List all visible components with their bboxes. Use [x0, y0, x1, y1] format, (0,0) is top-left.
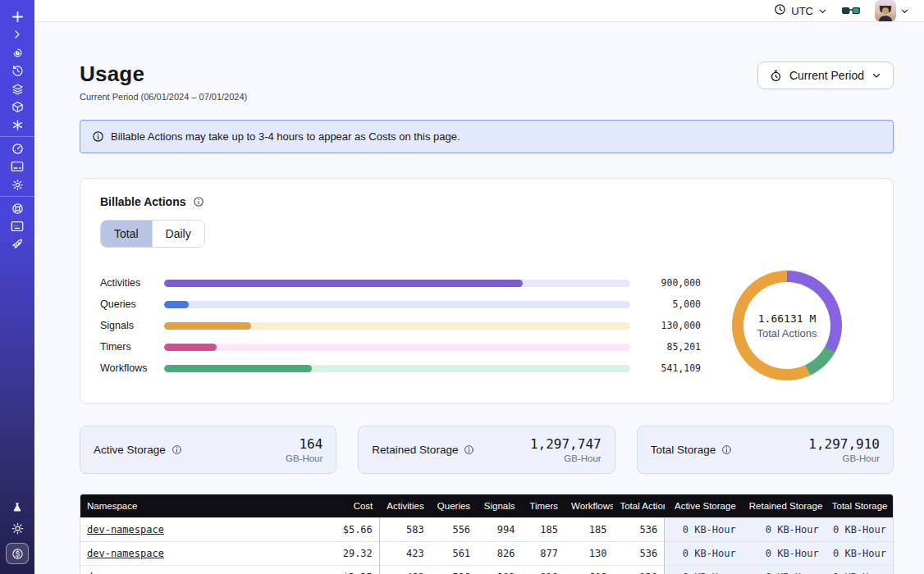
sidebar-bottom-group	[0, 500, 34, 564]
col-total-storage[interactable]: Total Storage	[826, 494, 893, 518]
app-root: UTC Usage Current Period (06/01/2024 – 0…	[0, 0, 924, 574]
cost-cell: 29.32	[308, 542, 379, 566]
retained-storage-cell: 0 KB-Hour	[743, 518, 826, 542]
asterisk-icon[interactable]	[7, 118, 28, 131]
timers-cell: 816	[522, 566, 565, 574]
namespace-link[interactable]: dev-namespace	[87, 524, 164, 535]
bar-value: 130,000	[630, 320, 701, 331]
total-actions-cell: 536	[613, 542, 664, 566]
active-storage-cell: 0 KB-Hour	[665, 566, 743, 574]
terminal-icon[interactable]	[7, 220, 28, 233]
main-column: UTC Usage Current Period (06/01/2024 – 0…	[34, 0, 924, 574]
total-storage-cell: 0 KB-Hour	[826, 566, 893, 574]
tab-daily[interactable]: Daily	[152, 221, 204, 247]
donut-chart-area: 1.66131 M Total Actions	[701, 271, 873, 380]
info-icon[interactable]	[193, 196, 204, 207]
queries-cell: 556	[431, 518, 477, 542]
rocket-icon[interactable]	[7, 238, 28, 251]
timezone-label: UTC	[791, 5, 813, 17]
page-header: Usage Current Period (06/01/2024 – 07/01…	[80, 61, 894, 102]
info-icon[interactable]	[172, 444, 182, 455]
lifebuoy-icon[interactable]	[7, 202, 28, 215]
bar-value: 900,000	[630, 277, 701, 289]
bar-label: Workflows	[100, 362, 164, 374]
bar-value: 85,201	[630, 341, 701, 353]
bar-fill	[164, 280, 523, 287]
stopwatch-icon	[770, 70, 782, 82]
history-clock-icon[interactable]	[7, 64, 28, 77]
retained-storage-value: 1,297,747	[530, 436, 602, 452]
layers-icon[interactable]	[7, 82, 28, 95]
temporal-logo-icon[interactable]	[7, 10, 28, 23]
col-cost[interactable]: Cost	[308, 494, 379, 518]
donut-center: 1.66131 M Total Actions	[732, 271, 842, 380]
bar-fill	[164, 301, 189, 308]
info-banner-text: Billable Actions may take up to 3-4 hour…	[111, 130, 460, 143]
chevron-right-icon[interactable]	[7, 28, 28, 41]
sun-icon[interactable]	[7, 522, 28, 535]
bar-row-activities: Activities 900,000	[100, 279, 701, 287]
col-activities[interactable]: Activities	[379, 494, 430, 518]
bar-row-signals: Signals 130,000	[100, 321, 701, 330]
active-storage-label: Active Storage	[94, 444, 166, 456]
total-storage-card: Total Storage 1,297,910 GB-Hour	[637, 426, 894, 474]
table-row: dev-namespace $3.35 492 536 883 816 600 …	[80, 566, 893, 574]
info-icon[interactable]	[464, 444, 474, 455]
col-total-actions[interactable]: Total Actions	[613, 494, 664, 518]
sidebar-mid-group	[0, 142, 34, 191]
card-icon[interactable]	[7, 160, 28, 173]
active-storage-value: 164	[286, 436, 322, 452]
col-timers[interactable]: Timers	[522, 494, 565, 518]
billable-actions-title: Billable Actions	[100, 195, 186, 208]
namespace-link[interactable]: dev-namespace	[87, 548, 164, 559]
queries-cell: 561	[431, 542, 477, 566]
total-actions-cell: 536	[613, 518, 664, 542]
gauge-icon[interactable]	[7, 142, 28, 155]
workflows-cell: 185	[565, 518, 613, 542]
retained-storage-cell: 0 KB-Hour	[743, 542, 826, 566]
donut-chart: 1.66131 M Total Actions	[732, 271, 842, 380]
col-signals[interactable]: Signals	[477, 494, 521, 518]
gear-icon[interactable]	[7, 178, 28, 191]
cost-cell: $5.66	[308, 518, 379, 542]
user-menu[interactable]	[875, 0, 909, 21]
bar-track	[164, 301, 630, 308]
spiral-icon[interactable]	[7, 46, 28, 59]
col-active-storage[interactable]: Active Storage	[665, 494, 743, 518]
bar-track	[164, 280, 630, 287]
col-retained-storage[interactable]: Retained Storage	[743, 494, 826, 518]
bar-track	[164, 322, 630, 330]
tab-total[interactable]: Total	[101, 221, 152, 247]
period-dropdown-label: Current Period	[789, 69, 864, 82]
glasses-icon[interactable]	[842, 5, 860, 16]
timers-cell: 877	[522, 542, 565, 566]
period-dropdown-button[interactable]: Current Period	[757, 61, 894, 89]
usage-active-indicator[interactable]	[6, 543, 29, 564]
bar-fill	[164, 344, 217, 351]
sidebar-lower-group	[0, 202, 34, 251]
signals-cell: 994	[477, 518, 521, 542]
retained-storage-cell: 0 KB-Hour	[743, 566, 826, 574]
col-workflows[interactable]: Workflows	[565, 494, 613, 518]
sidebar	[0, 0, 34, 574]
timezone-selector[interactable]: UTC	[774, 3, 827, 18]
flask-icon[interactable]	[7, 500, 28, 513]
col-namespace[interactable]: Namespace	[80, 494, 308, 518]
bar-chart: Activities 900,000 Queries 5,000 Signals	[100, 279, 701, 372]
col-queries[interactable]: Queries	[431, 494, 477, 518]
bar-row-queries: Queries 5,000	[100, 300, 701, 308]
donut-total-value: 1.66131 M	[758, 312, 816, 325]
cube-icon[interactable]	[7, 100, 28, 113]
bar-label: Signals	[100, 320, 164, 331]
cost-cell: $3.35	[308, 566, 379, 574]
topbar: UTC	[34, 0, 924, 22]
namespace-usage-table: Namespace Cost Activities Queries Signal…	[80, 494, 894, 574]
total-storage-value: 1,297,910	[808, 436, 880, 452]
info-icon[interactable]	[721, 444, 732, 455]
total-actions-cell: 130	[613, 566, 664, 574]
workflows-cell: 130	[565, 542, 613, 566]
donut-total-label: Total Actions	[757, 327, 817, 339]
bar-track	[164, 365, 630, 372]
chevron-down-icon	[900, 7, 909, 16]
retained-storage-card: Retained Storage 1,297,747 GB-Hour	[358, 426, 615, 474]
